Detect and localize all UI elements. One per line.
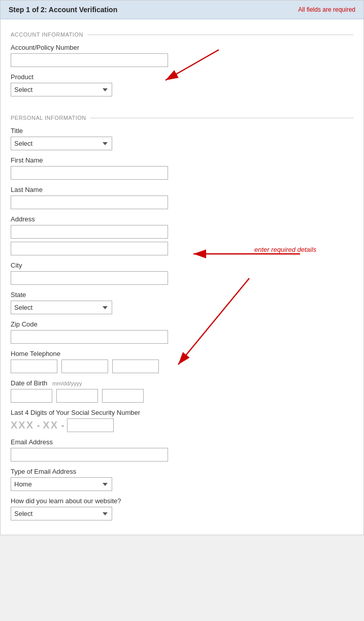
- learn-select[interactable]: Select Internet Search Friend/Family Adv…: [11, 507, 112, 520]
- state-select[interactable]: Select ALAKAZ CACOFL GAILNYTX: [11, 301, 112, 314]
- account-section-label: ACCOUNT INFORMATION: [11, 31, 353, 38]
- ssn-mask2: XX: [43, 419, 58, 431]
- state-field: State Select ALAKAZ CACOFL GAILNYTX: [11, 291, 353, 314]
- account-number-field: Account/Policy Number: [11, 44, 353, 67]
- required-note: All fields are required: [298, 6, 355, 13]
- city-label: City: [11, 262, 353, 269]
- last-name-field: Last Name: [11, 186, 353, 209]
- account-number-input[interactable]: [11, 53, 168, 67]
- ssn-row: XXX - XX -: [11, 418, 353, 432]
- address-field: Address: [11, 215, 353, 255]
- title-field: Title Select Mr. Mrs. Ms. Dr.: [11, 127, 353, 150]
- email-type-field: Type of Email Address Home Work Other: [11, 468, 353, 491]
- dob-day-input[interactable]: [56, 389, 98, 403]
- email-type-label: Type of Email Address: [11, 468, 353, 475]
- city-input[interactable]: [11, 271, 168, 285]
- ssn-last4-input[interactable]: [67, 418, 114, 432]
- zip-label: Zip Code: [11, 320, 353, 328]
- phone-line-input[interactable]: [112, 359, 159, 373]
- address-line2-input[interactable]: [11, 242, 168, 255]
- product-label: Product: [11, 73, 353, 81]
- phone-prefix-input[interactable]: [61, 359, 108, 373]
- dob-label: Date of Birth mm/dd/yyyy: [11, 379, 353, 387]
- ssn-dash2: -: [61, 421, 64, 430]
- state-label: State: [11, 291, 353, 299]
- zip-input[interactable]: [11, 330, 168, 344]
- ssn-dash1: -: [37, 421, 40, 430]
- ssn-label: Last 4 Digits of Your Social Security Nu…: [11, 409, 353, 416]
- dob-format-note: mm/dd/yyyy: [52, 380, 82, 386]
- learn-label: How did you learn about our website?: [11, 497, 353, 505]
- home-telephone-field: Home Telephone: [11, 350, 353, 373]
- first-name-input[interactable]: [11, 166, 168, 180]
- account-number-label: Account/Policy Number: [11, 44, 353, 51]
- phone-row: [11, 359, 353, 373]
- form-body: enter required details ACCOUNT INFORMATI…: [1, 19, 363, 535]
- email-input[interactable]: [11, 448, 168, 462]
- title-select[interactable]: Select Mr. Mrs. Ms. Dr.: [11, 137, 112, 150]
- page-header: Step 1 of 2: Account Verification All fi…: [1, 1, 363, 19]
- email-type-select[interactable]: Home Work Other: [11, 477, 112, 491]
- learn-field: How did you learn about our website? Sel…: [11, 497, 353, 520]
- personal-section-label: PERSONAL INFORMATION: [11, 115, 353, 121]
- product-select[interactable]: Select Product A Product B: [11, 83, 112, 96]
- dob-field: Date of Birth mm/dd/yyyy: [11, 379, 353, 403]
- ssn-mask1: XXX: [11, 419, 34, 431]
- address-line1-input[interactable]: [11, 225, 168, 239]
- dob-year-input[interactable]: [102, 389, 144, 403]
- address-label: Address: [11, 215, 353, 223]
- last-name-label: Last Name: [11, 186, 353, 193]
- phone-area-input[interactable]: [11, 359, 57, 373]
- ssn-field: Last 4 Digits of Your Social Security Nu…: [11, 409, 353, 432]
- first-name-field: First Name: [11, 156, 353, 180]
- dob-month-input[interactable]: [11, 389, 52, 403]
- dob-row: [11, 389, 353, 403]
- title-label: Title: [11, 127, 353, 135]
- page-title: Step 1 of 2: Account Verification: [9, 6, 117, 14]
- last-name-input[interactable]: [11, 195, 168, 209]
- first-name-label: First Name: [11, 156, 353, 164]
- zip-field: Zip Code: [11, 320, 353, 344]
- email-field: Email Address: [11, 438, 353, 462]
- email-label: Email Address: [11, 438, 353, 446]
- product-field: Product Select Product A Product B: [11, 73, 353, 96]
- city-field: City: [11, 262, 353, 285]
- home-tel-label: Home Telephone: [11, 350, 353, 357]
